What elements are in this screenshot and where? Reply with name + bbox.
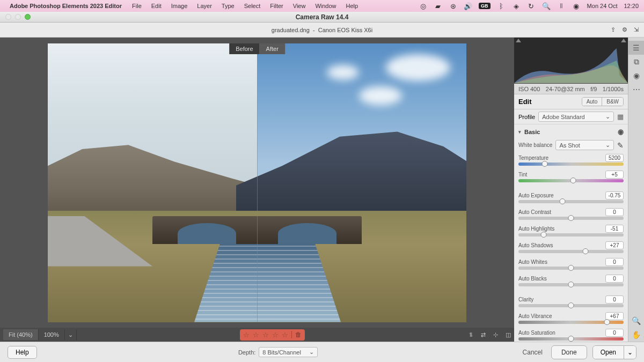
- swap-before-after-icon[interactable]: ⇄: [481, 331, 486, 338]
- highlights-slider[interactable]: [518, 233, 624, 237]
- exposure-slider[interactable]: [518, 200, 624, 203]
- basic-section-header[interactable]: ▾ Basic ◉: [514, 124, 628, 139]
- zoom-tool-icon[interactable]: 🔍: [628, 314, 645, 328]
- app-name[interactable]: Adobe Photoshop Elements 2023 Editor: [10, 3, 122, 9]
- control-center-icon[interactable]: ⫴: [557, 2, 566, 10]
- volume-icon[interactable]: 🔊: [464, 2, 472, 10]
- crop-tool-icon[interactable]: ⧉: [628, 55, 645, 69]
- basic-section: ▾ Basic ◉ White balance As Shot⌄ ✎ Tempe…: [514, 124, 628, 342]
- open-button[interactable]: Open⌄: [592, 345, 636, 359]
- settings-gear-icon[interactable]: ⚙: [622, 26, 627, 33]
- auto-button[interactable]: Auto: [582, 98, 602, 106]
- timemachine-icon[interactable]: ↻: [527, 2, 536, 10]
- cancel-button[interactable]: Cancel: [519, 349, 546, 356]
- adjustments-scroll[interactable]: ▾ Basic ◉ White balance As Shot⌄ ✎ Tempe…: [514, 124, 628, 342]
- menu-filter[interactable]: Filter: [265, 3, 288, 9]
- visibility-eye-icon[interactable]: ◉: [618, 128, 624, 136]
- shadow-clipping-icon[interactable]: [516, 39, 521, 42]
- siri-icon[interactable]: ◉: [572, 2, 581, 10]
- tint-label: Tint: [518, 172, 605, 178]
- zoom-dropdown-icon[interactable]: ⌄: [65, 329, 77, 341]
- menu-edit[interactable]: Edit: [147, 3, 166, 9]
- star-3-icon[interactable]: ☆: [262, 331, 269, 339]
- input-source-badge[interactable]: GB: [479, 3, 491, 9]
- share-icon[interactable]: ⇪: [611, 26, 616, 33]
- menu-view[interactable]: View: [288, 3, 311, 9]
- cycle-view-icon[interactable]: ⥮: [469, 331, 473, 338]
- white-balance-select[interactable]: As Shot⌄: [555, 140, 614, 150]
- whites-slider[interactable]: [518, 267, 624, 270]
- menu-window[interactable]: Window: [310, 3, 341, 9]
- bw-button[interactable]: B&W: [602, 98, 623, 106]
- profile-browser-icon[interactable]: ▦: [617, 113, 624, 121]
- zoom-fit-button[interactable]: Fit (40%): [3, 329, 39, 340]
- highlights-value[interactable]: -51: [605, 225, 624, 233]
- menubar-time[interactable]: 12:20: [624, 3, 639, 9]
- reject-trash-icon[interactable]: 🗑: [291, 331, 302, 338]
- more-tools-icon[interactable]: ⋯: [628, 83, 645, 97]
- before-after-divider[interactable]: [257, 43, 258, 322]
- star-5-icon[interactable]: ☆: [282, 331, 288, 339]
- saturation-slider[interactable]: [518, 337, 624, 341]
- menu-file[interactable]: File: [127, 3, 147, 9]
- blacks-value[interactable]: 0: [605, 275, 624, 283]
- wifi-icon[interactable]: ◈: [512, 2, 521, 10]
- menu-layer[interactable]: Layer: [192, 3, 217, 9]
- highlights-label: Auto Highlights: [518, 226, 605, 232]
- spotlight-icon[interactable]: 🔍: [542, 2, 551, 10]
- profile-select[interactable]: Adobe Standard⌄: [538, 112, 614, 122]
- temperature-slider[interactable]: [518, 162, 624, 166]
- menu-select[interactable]: Select: [239, 3, 266, 9]
- depth-select[interactable]: 8 Bits/Channel⌄: [259, 347, 318, 357]
- before-after-labels: Before After: [229, 43, 285, 54]
- contrast-value[interactable]: 0: [605, 208, 624, 216]
- close-window-button[interactable]: [5, 14, 11, 20]
- blacks-slider[interactable]: [518, 283, 624, 286]
- shadows-value[interactable]: +27: [605, 241, 624, 249]
- shadows-slider[interactable]: [518, 250, 624, 253]
- menubar-date[interactable]: Mon 24 Oct: [587, 3, 618, 9]
- exposure-value[interactable]: -0.75: [605, 191, 624, 200]
- clarity-value[interactable]: 0: [605, 295, 624, 304]
- tint-value[interactable]: +5: [605, 171, 624, 179]
- eyedropper-icon[interactable]: ✎: [617, 141, 624, 150]
- temperature-value[interactable]: 5200: [605, 154, 624, 162]
- record-icon[interactable]: ◎: [419, 2, 427, 10]
- notification-icon[interactable]: ▰: [434, 2, 442, 10]
- redeye-tool-icon[interactable]: ◉: [628, 69, 645, 83]
- right-tool-strip: ☰ ⧉ ◉ ⋯ 🔍 ✋: [628, 38, 644, 342]
- tint-slider[interactable]: [518, 179, 624, 182]
- menu-type[interactable]: Type: [217, 3, 239, 9]
- histogram[interactable]: [514, 38, 628, 84]
- star-2-icon[interactable]: ☆: [253, 331, 259, 339]
- edit-tool-icon[interactable]: ☰: [628, 41, 645, 55]
- star-1-icon[interactable]: ☆: [243, 331, 250, 339]
- photo-preview[interactable]: Before After: [48, 43, 466, 322]
- whites-value[interactable]: 0: [605, 258, 624, 266]
- before-label: Before: [229, 43, 259, 54]
- saturation-value[interactable]: 0: [605, 329, 624, 337]
- compare-view-icon[interactable]: ◫: [506, 331, 511, 338]
- star-4-icon[interactable]: ☆: [272, 331, 279, 339]
- vibrance-slider[interactable]: [518, 321, 624, 324]
- clarity-slider[interactable]: [518, 304, 624, 307]
- zoom-window-button[interactable]: [25, 14, 31, 20]
- help-button[interactable]: Help: [8, 346, 37, 359]
- collapse-icon[interactable]: ⇲: [634, 26, 639, 33]
- menu-help[interactable]: Help: [341, 3, 363, 9]
- open-dropdown-icon[interactable]: ⌄: [624, 346, 636, 359]
- macos-menubar: Adobe Photoshop Elements 2023 Editor Fil…: [0, 0, 644, 12]
- zoom-100-button[interactable]: 100%: [39, 329, 65, 340]
- highlight-clipping-icon[interactable]: [621, 39, 626, 42]
- done-button[interactable]: Done: [551, 345, 587, 359]
- copy-settings-icon[interactable]: ⊹: [493, 331, 498, 338]
- vibrance-value[interactable]: +67: [605, 312, 624, 320]
- creative-cloud-icon[interactable]: ⊛: [449, 2, 457, 10]
- hand-tool-icon[interactable]: ✋: [628, 328, 645, 342]
- temperature-label: Temperature: [518, 155, 605, 161]
- minimize-window-button[interactable]: [15, 14, 21, 20]
- menu-image[interactable]: Image: [166, 3, 193, 9]
- bluetooth-icon[interactable]: ᛒ: [497, 2, 506, 10]
- blacks-label: Auto Blacks: [518, 276, 605, 282]
- contrast-slider[interactable]: [518, 217, 624, 220]
